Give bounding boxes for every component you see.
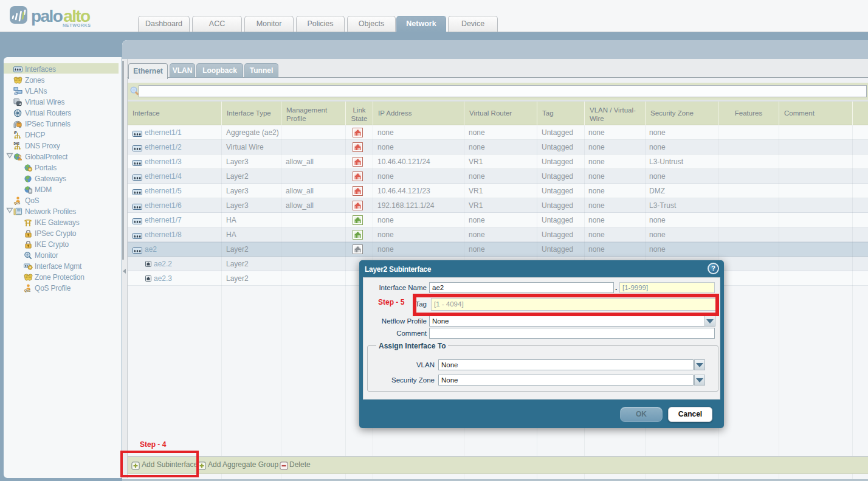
svg-text:QoS: QoS xyxy=(14,201,21,205)
svg-text:IP: IP xyxy=(14,131,17,134)
svg-text:DNS: DNS xyxy=(14,142,19,145)
svg-text:NETWORKS: NETWORKS xyxy=(63,22,91,28)
svg-text:QoS: QoS xyxy=(24,289,31,292)
